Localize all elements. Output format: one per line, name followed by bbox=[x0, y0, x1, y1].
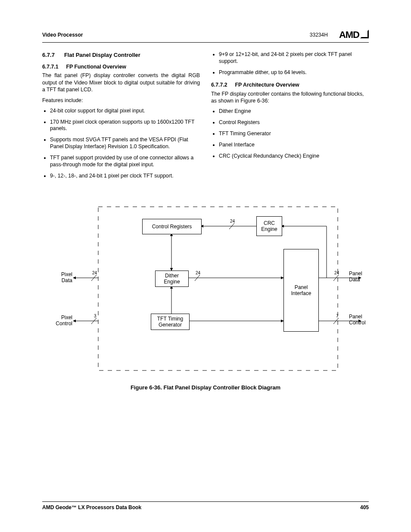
diagram-canvas: Control Registers CRC Engine Dither Engi… bbox=[42, 202, 369, 375]
section-number: 6.7.7 bbox=[42, 51, 55, 59]
list-item: Dither Engine bbox=[219, 108, 369, 115]
panel-data-label: Panel Data bbox=[349, 271, 369, 283]
diagram-svg bbox=[42, 202, 369, 375]
subsection-title: FP Functional Overview bbox=[66, 63, 126, 71]
panel-control-label: Panel Control bbox=[349, 314, 369, 326]
subsection-title: FP Architecture Overview bbox=[235, 81, 299, 89]
header-right-group: 33234H AMD bbox=[310, 29, 369, 40]
list-item: TFT Timing Generator bbox=[219, 131, 369, 137]
bus-width: 3 bbox=[94, 314, 97, 318]
bus-width: 24 bbox=[92, 271, 97, 275]
amd-logo-text: AMD bbox=[339, 29, 359, 40]
amd-logo: AMD bbox=[339, 29, 369, 40]
page-header: Video Processor 33234H AMD bbox=[42, 29, 369, 43]
footer-title: AMD Geode™ LX Processors Data Book bbox=[42, 504, 141, 510]
control-registers-box: Control Registers bbox=[142, 219, 202, 234]
bus-width: 24 bbox=[196, 271, 200, 275]
list-item: 170 MHz pixel clock operation supports u… bbox=[50, 119, 200, 133]
subsection-heading: 6.7.7.2 FP Architecture Overview bbox=[211, 81, 369, 89]
subsection-number: 6.7.7.2 bbox=[211, 81, 227, 89]
text-columns: 6.7.7 Flat Panel Display Controller 6.7.… bbox=[42, 51, 369, 184]
header-section-title: Video Processor bbox=[42, 32, 83, 38]
block-diagram: Control Registers CRC Engine Dither Engi… bbox=[42, 202, 369, 375]
list-item: CRC (Cyclical Redundancy Check) Engine bbox=[219, 153, 369, 160]
pixel-data-label: Pixel Data bbox=[55, 271, 72, 283]
tft-timing-box: TFT Timing Generator bbox=[151, 314, 190, 330]
dither-engine-box: Dither Engine bbox=[155, 271, 189, 287]
list-item: TFT panel support provided by use of one… bbox=[50, 155, 200, 168]
section-heading: 6.7.7 Flat Panel Display Controller bbox=[42, 51, 200, 59]
left-column: 6.7.7 Flat Panel Display Controller 6.7.… bbox=[42, 51, 200, 184]
list-item: Panel Interface bbox=[219, 142, 369, 149]
amd-arrow-icon bbox=[360, 30, 369, 38]
paragraph: The FP display controller contains the f… bbox=[211, 90, 369, 105]
page: Video Processor 33234H AMD 6.7.7 Flat Pa… bbox=[0, 0, 411, 532]
list-item: 9+9 or 12+12-bit, and 24-bit 2 pixels pe… bbox=[219, 51, 369, 65]
crc-engine-box: CRC Engine bbox=[256, 216, 282, 236]
bus-width: 24 bbox=[230, 219, 235, 224]
block-list: Dither Engine Control Registers TFT Timi… bbox=[211, 108, 369, 160]
list-item: 24-bit color support for digital pixel i… bbox=[50, 108, 200, 115]
bus-width: 24 bbox=[334, 271, 339, 275]
subsection-number: 6.7.7.1 bbox=[42, 63, 59, 71]
pixel-control-label: Pixel Control bbox=[51, 314, 72, 327]
panel-interface-box: Panel Interface bbox=[283, 249, 319, 332]
figure-caption: Figure 6-36. Flat Panel Display Controll… bbox=[0, 384, 411, 391]
feature-list-cont: 9+9 or 12+12-bit, and 24-bit 2 pixels pe… bbox=[211, 51, 369, 76]
page-footer: AMD Geode™ LX Processors Data Book 405 bbox=[42, 501, 369, 510]
list-item: 9-, 12-, 18-, and 24-bit 1 pixel per clo… bbox=[50, 173, 200, 180]
document-id: 33234H bbox=[310, 32, 328, 38]
list-item: Control Registers bbox=[219, 119, 369, 126]
right-column: 9+9 or 12+12-bit, and 24-bit 2 pixels pe… bbox=[211, 51, 369, 184]
paragraph: Features include: bbox=[42, 97, 200, 104]
feature-list: 24-bit color support for digital pixel i… bbox=[42, 108, 200, 180]
paragraph: The flat panel (FP) display controller c… bbox=[42, 72, 200, 93]
section-title: Flat Panel Display Controller bbox=[64, 51, 140, 59]
bus-width: 7 bbox=[336, 314, 339, 318]
list-item: Supports most SVGA TFT panels and the VE… bbox=[50, 137, 200, 150]
list-item: Programmable dither, up to 64 levels. bbox=[219, 69, 369, 76]
subsection-heading: 6.7.7.1 FP Functional Overview bbox=[42, 63, 200, 71]
page-number: 405 bbox=[360, 504, 369, 510]
